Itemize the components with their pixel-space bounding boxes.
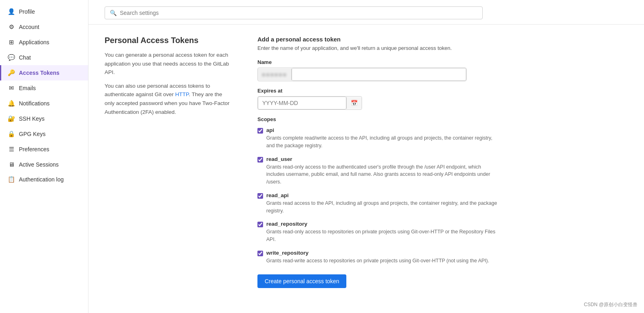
page-title: Personal Access Tokens <box>105 36 233 45</box>
scope-item-write_repository: write_repository Grants read-write acces… <box>257 250 628 265</box>
sidebar-item-active-sessions[interactable]: 🖥 Active Sessions <box>0 157 88 172</box>
sidebar-item-gpg-keys[interactable]: 🔒 GPG Keys <box>0 126 88 142</box>
sidebar-item-notifications[interactable]: 🔔 Notifications <box>0 96 88 111</box>
sidebar-label-emails: Emails <box>19 85 36 91</box>
scope-label-read_repository[interactable]: read_repository Grants read-only access … <box>257 221 628 243</box>
add-token-heading: Add a personal access token <box>257 36 628 43</box>
scope-desc-read_api: Grants read access to the API, including… <box>266 200 500 215</box>
sidebar-icon-active-sessions: 🖥 <box>8 161 15 168</box>
sidebar-icon-access-tokens: 🔑 <box>8 69 15 76</box>
scope-name-read_repository: read_repository <box>266 221 500 227</box>
scope-name-api: api <box>266 127 500 133</box>
scope-label-read_user[interactable]: read_user Grants read-only access to the… <box>257 156 628 186</box>
expires-input[interactable] <box>258 97 346 109</box>
description-1: You can generate a personal access token… <box>105 51 233 77</box>
sidebar-icon-profile: 👤 <box>8 8 15 15</box>
scopes-title: Scopes <box>257 116 628 122</box>
sidebar-icon-ssh-keys: 🔐 <box>8 115 15 122</box>
scope-name-write_repository: write_repository <box>266 250 489 256</box>
scope-item-read_user: read_user Grants read-only access to the… <box>257 156 628 186</box>
sidebar-item-chat[interactable]: 💬 Chat <box>0 50 88 65</box>
name-label: Name <box>257 59 628 65</box>
expires-field-group: Expires at 📅 <box>257 88 628 110</box>
sidebar-icon-account: ⚙ <box>8 23 15 31</box>
scope-checkbox-read_repository[interactable] <box>257 222 263 227</box>
search-input[interactable] <box>120 10 477 16</box>
scope-desc-api: Grants complete read/write access to the… <box>266 134 500 150</box>
sidebar-item-access-tokens[interactable]: 🔑 Access Tokens <box>0 65 88 80</box>
sidebar-label-notifications: Notifications <box>19 100 49 107</box>
sidebar-icon-applications: ⊞ <box>8 39 15 46</box>
search-icon: 🔍 <box>110 10 117 16</box>
sidebar: 👤 Profile ⚙ Account ⊞ Applications 💬 Cha… <box>0 0 88 313</box>
content-area: Personal Access Tokens You can generate … <box>88 25 644 299</box>
add-token-subtitle: Enter the name of your application, and … <box>257 45 628 51</box>
sidebar-icon-emails: ✉ <box>8 84 15 92</box>
name-input-wrapper: ●●●●●● <box>257 68 467 81</box>
sidebar-label-access-tokens: Access Tokens <box>19 70 60 76</box>
search-bar-container: 🔍 <box>88 0 644 25</box>
sidebar-item-ssh-keys[interactable]: 🔐 SSH Keys <box>0 111 88 126</box>
scope-label-api[interactable]: api Grants complete read/write access to… <box>257 127 628 150</box>
sidebar-item-emails[interactable]: ✉ Emails <box>0 80 88 96</box>
scope-desc-read_repository: Grants read-only access to repositories … <box>266 228 500 243</box>
sidebar-label-chat: Chat <box>19 54 31 61</box>
scope-item-read_repository: read_repository Grants read-only access … <box>257 221 628 243</box>
scope-checkbox-api[interactable] <box>257 128 263 134</box>
scope-label-read_api[interactable]: read_api Grants read access to the API, … <box>257 192 628 215</box>
http-link[interactable]: HTTP <box>175 91 189 97</box>
sidebar-icon-gpg-keys: 🔒 <box>8 130 15 138</box>
main-content: 🔍 Personal Access Tokens You can generat… <box>88 0 644 313</box>
scope-checkbox-write_repository[interactable] <box>257 251 263 256</box>
sidebar-label-authentication-log: Authentication log <box>19 176 64 183</box>
name-prefix-blurred: ●●●●●● <box>258 68 292 80</box>
expires-input-wrapper: 📅 <box>257 96 362 110</box>
sidebar-item-applications[interactable]: ⊞ Applications <box>0 35 88 50</box>
scope-desc-read_user: Grants read-only access to the authentic… <box>266 163 500 186</box>
left-panel: Personal Access Tokens You can generate … <box>105 36 233 288</box>
scope-checkbox-read_user[interactable] <box>257 157 263 163</box>
scopes-section: Scopes api Grants complete read/write ac… <box>257 116 628 265</box>
scope-item-api: api Grants complete read/write access to… <box>257 127 628 150</box>
sidebar-label-account: Account <box>19 24 39 30</box>
sidebar-icon-authentication-log: 📋 <box>8 176 15 183</box>
watermark: CSDN @原创小白变怪兽 <box>584 301 638 308</box>
calendar-icon[interactable]: 📅 <box>346 97 362 109</box>
scopes-container: api Grants complete read/write access to… <box>257 127 628 265</box>
search-bar: 🔍 <box>105 6 483 19</box>
name-input[interactable] <box>292 68 466 81</box>
sidebar-label-gpg-keys: GPG Keys <box>19 131 45 137</box>
sidebar-item-account[interactable]: ⚙ Account <box>0 19 88 35</box>
sidebar-icon-notifications: 🔔 <box>8 100 15 107</box>
name-field-group: Name ●●●●●● <box>257 59 628 81</box>
sidebar-icon-chat: 💬 <box>8 54 15 61</box>
sidebar-item-profile[interactable]: 👤 Profile <box>0 4 88 19</box>
scope-name-read_user: read_user <box>266 156 500 162</box>
sidebar-label-applications: Applications <box>19 39 49 45</box>
sidebar-item-authentication-log[interactable]: 📋 Authentication log <box>0 172 88 187</box>
scope-checkbox-read_api[interactable] <box>257 193 263 199</box>
scope-name-read_api: read_api <box>266 192 500 198</box>
sidebar-label-profile: Profile <box>19 8 35 15</box>
scope-item-read_api: read_api Grants read access to the API, … <box>257 192 628 215</box>
expires-label: Expires at <box>257 88 628 94</box>
sidebar-label-ssh-keys: SSH Keys <box>19 115 45 122</box>
right-panel: Add a personal access token Enter the na… <box>257 36 628 288</box>
sidebar-item-preferences[interactable]: ☰ Preferences <box>0 142 88 157</box>
scope-desc-write_repository: Grants read-write access to repositories… <box>266 257 489 265</box>
scope-label-write_repository[interactable]: write_repository Grants read-write acces… <box>257 250 628 265</box>
sidebar-icon-preferences: ☰ <box>8 146 15 153</box>
sidebar-label-active-sessions: Active Sessions <box>19 161 59 168</box>
sidebar-label-preferences: Preferences <box>19 146 49 152</box>
create-token-button[interactable]: Create personal access token <box>257 274 346 288</box>
description-2: You can also use personal access tokens … <box>105 82 233 116</box>
